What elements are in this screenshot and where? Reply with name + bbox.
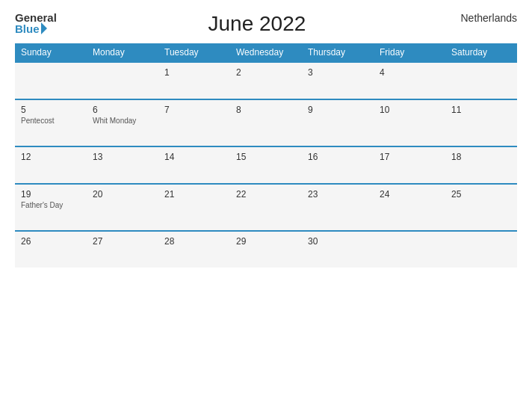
- calendar-cell: 15: [230, 146, 302, 184]
- logo-general-text: General: [15, 12, 57, 23]
- day-number: 5: [21, 105, 81, 115]
- calendar-cell: 25: [445, 184, 517, 231]
- day-number: 15: [236, 152, 296, 162]
- calendar-page: General Blue June 2022 Netherlands Sunda…: [0, 0, 532, 411]
- calendar-cell: 7: [158, 99, 230, 146]
- calendar-cell: 24: [374, 184, 445, 231]
- calendar-cell: [445, 62, 517, 99]
- col-saturday: Saturday: [445, 43, 517, 62]
- calendar-cell: 27: [87, 231, 158, 268]
- col-tuesday: Tuesday: [158, 43, 230, 62]
- calendar-cell: 10: [374, 99, 445, 146]
- calendar-cell: 12: [15, 146, 87, 184]
- calendar-cell: 19Father's Day: [15, 184, 87, 231]
- day-number: 23: [308, 189, 368, 200]
- calendar-country: Netherlands: [457, 12, 517, 24]
- col-wednesday: Wednesday: [230, 43, 302, 62]
- week-row-2: 5Pentecost6Whit Monday7891011: [15, 99, 517, 146]
- calendar-cell: [374, 231, 445, 268]
- calendar-cell: 11: [445, 99, 517, 146]
- day-number: 30: [308, 236, 368, 247]
- day-event: Father's Day: [21, 201, 81, 209]
- calendar-title: June 2022: [57, 12, 457, 36]
- day-number: 8: [236, 105, 296, 115]
- calendar-cell: 14: [158, 146, 230, 184]
- days-of-week-row: Sunday Monday Tuesday Wednesday Thursday…: [15, 43, 517, 62]
- calendar-cell: 2: [230, 62, 302, 99]
- week-row-3: 12131415161718: [15, 146, 517, 184]
- day-number: 18: [451, 152, 511, 162]
- col-friday: Friday: [374, 43, 445, 62]
- day-number: 27: [93, 236, 152, 247]
- day-number: 7: [164, 105, 224, 115]
- calendar-cell: 26: [15, 231, 87, 268]
- calendar-cell: 8: [230, 99, 302, 146]
- col-sunday: Sunday: [15, 43, 87, 62]
- calendar-cell: 5Pentecost: [15, 99, 87, 146]
- day-number: 2: [236, 67, 296, 78]
- day-number: 16: [308, 152, 368, 162]
- calendar-table: Sunday Monday Tuesday Wednesday Thursday…: [15, 43, 517, 268]
- calendar-cell: [445, 231, 517, 268]
- day-number: 21: [164, 189, 224, 200]
- calendar-cell: 20: [87, 184, 158, 231]
- day-number: 10: [380, 105, 439, 115]
- calendar-cell: 13: [87, 146, 158, 184]
- day-number: 26: [21, 236, 81, 247]
- day-number: 6: [93, 105, 152, 115]
- col-thursday: Thursday: [302, 43, 374, 62]
- calendar-cell: 16: [302, 146, 374, 184]
- day-number: 3: [308, 67, 368, 78]
- calendar-cell: 18: [445, 146, 517, 184]
- day-event: Pentecost: [21, 117, 81, 125]
- day-number: 28: [164, 236, 224, 247]
- logo-triangle-icon: [41, 22, 47, 34]
- day-number: 17: [380, 152, 439, 162]
- calendar-cell: [87, 62, 158, 99]
- calendar-cell: 1: [158, 62, 230, 99]
- day-number: 20: [93, 189, 152, 200]
- day-number: 14: [164, 152, 224, 162]
- day-number: 9: [308, 105, 368, 115]
- col-monday: Monday: [87, 43, 158, 62]
- calendar-cell: 3: [302, 62, 374, 99]
- calendar-cell: 28: [158, 231, 230, 268]
- calendar-cell: 9: [302, 99, 374, 146]
- calendar-cell: 17: [374, 146, 445, 184]
- day-event: Whit Monday: [93, 117, 152, 125]
- logo: General Blue: [15, 12, 57, 34]
- calendar-cell: 23: [302, 184, 374, 231]
- calendar-cell: 30: [302, 231, 374, 268]
- week-row-5: 2627282930: [15, 231, 517, 268]
- day-number: 19: [21, 189, 81, 200]
- calendar-cell: 21: [158, 184, 230, 231]
- calendar-cell: 29: [230, 231, 302, 268]
- day-number: 29: [236, 236, 296, 247]
- calendar-cell: 4: [374, 62, 445, 99]
- calendar-header: General Blue June 2022 Netherlands: [15, 12, 517, 36]
- day-number: 25: [451, 189, 511, 200]
- day-number: 4: [380, 67, 439, 78]
- calendar-cell: 22: [230, 184, 302, 231]
- calendar-cell: 6Whit Monday: [87, 99, 158, 146]
- week-row-1: 1234: [15, 62, 517, 99]
- day-number: 12: [21, 152, 81, 162]
- day-number: 22: [236, 189, 296, 200]
- logo-blue-text: Blue: [15, 23, 47, 34]
- day-number: 24: [380, 189, 439, 200]
- day-number: 11: [451, 105, 511, 115]
- day-number: 13: [93, 152, 152, 162]
- day-number: 1: [164, 67, 224, 78]
- calendar-cell: [15, 62, 87, 99]
- week-row-4: 19Father's Day202122232425: [15, 184, 517, 231]
